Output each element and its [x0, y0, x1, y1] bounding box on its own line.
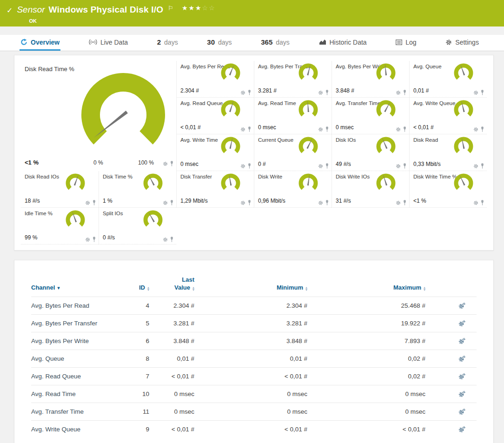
star-icon[interactable]: ★ [182, 4, 189, 12]
channel-settings-icon[interactable] [458, 426, 465, 433]
pin-icon[interactable] [325, 163, 329, 169]
gear-icon[interactable] [240, 164, 245, 169]
last-value: 3.281 # [149, 320, 194, 327]
scale-min-label: 0 % [93, 159, 103, 166]
pin-icon[interactable] [403, 90, 407, 95]
gear-icon[interactable] [473, 127, 478, 132]
gear-icon[interactable] [473, 90, 478, 95]
pin-icon[interactable] [247, 163, 252, 169]
gear-icon[interactable] [85, 200, 90, 205]
gear-icon[interactable] [318, 164, 323, 169]
channel-row: Avg. Bytes Per Write 6 3.848 # 3.848 # 7… [31, 332, 477, 350]
star-icon[interactable]: ★ [188, 4, 195, 12]
pin-icon[interactable] [480, 200, 484, 205]
star-icon[interactable]: ★ [195, 4, 202, 12]
gear-icon[interactable] [85, 237, 90, 242]
tab-label: Historic Data [330, 39, 367, 46]
tab-overview[interactable]: Overview [20, 35, 60, 51]
star-icon[interactable]: ☆ [209, 4, 216, 12]
pin-icon[interactable] [247, 200, 252, 205]
gear-icon[interactable] [163, 161, 168, 166]
channel-settings-icon[interactable] [458, 373, 465, 380]
pin-icon[interactable] [247, 126, 252, 132]
gear-icon[interactable] [240, 200, 245, 205]
channel-settings-icon[interactable] [458, 390, 465, 397]
pin-icon[interactable] [170, 200, 174, 205]
col-channel[interactable]: Channel ▾ [31, 284, 124, 291]
gauge-dial [451, 172, 476, 194]
pin-icon[interactable] [403, 163, 407, 169]
channel-settings-icon[interactable] [458, 408, 465, 415]
gear-icon[interactable] [396, 127, 401, 132]
pin-icon[interactable] [247, 90, 252, 95]
pin-icon[interactable] [480, 90, 484, 95]
gear-icon[interactable] [473, 200, 478, 205]
channel-settings-icon[interactable] [458, 337, 465, 344]
channel-settings-icon[interactable] [458, 355, 465, 362]
gauge-dial [296, 99, 320, 120]
maximum-value: 0,02 # [307, 373, 425, 380]
gauge-tile: Avg. Read Time 0 msec [254, 98, 332, 134]
pin-icon[interactable] [92, 237, 96, 242]
pin-icon[interactable] [170, 161, 174, 166]
maximum-value: 7.893 # [307, 337, 425, 344]
gear-icon[interactable] [318, 90, 323, 95]
last-value: < 0,01 # [149, 373, 194, 380]
gear-icon[interactable] [318, 200, 323, 205]
pin-icon[interactable] [325, 126, 329, 132]
gear-icon[interactable] [473, 164, 478, 169]
gauge-value: 0 msec [180, 161, 199, 167]
tab-live-data[interactable]: Live Data [88, 35, 129, 51]
minimum-value: 0 msec [194, 408, 307, 415]
pin-icon[interactable] [325, 200, 329, 205]
gauge-tile: Disk Write 0,96 Mbit/s [254, 171, 332, 208]
channel-row: Avg. Read Queue 7 < 0,01 # < 0,01 # 0,02… [31, 367, 477, 385]
channel-settings-icon[interactable] [458, 302, 465, 309]
gauge-value: 3.848 # [336, 87, 354, 94]
gear-icon[interactable] [396, 164, 401, 169]
pin-icon[interactable] [170, 237, 174, 242]
pin-icon[interactable] [403, 200, 407, 205]
minimum-value: 0,01 # [194, 355, 307, 362]
priority-stars[interactable]: ★★★☆☆ [182, 4, 216, 12]
gear-icon[interactable] [396, 200, 401, 205]
tab-historic-data[interactable]: Historic Data [318, 35, 368, 51]
tab-settings[interactable]: Settings [444, 35, 480, 51]
star-icon[interactable]: ☆ [202, 4, 209, 12]
flag-icon[interactable]: ⚐ [168, 5, 173, 12]
gear-icon[interactable] [396, 90, 401, 95]
tab-days-365[interactable]: 365days [260, 35, 291, 51]
last-value: 0 msec [149, 408, 194, 415]
gear-icon[interactable] [240, 90, 245, 95]
pin-icon[interactable] [480, 163, 484, 169]
last-value: 0 msec [149, 390, 194, 397]
gauge-tile: Disk Write IOs 31 #/s [332, 171, 409, 208]
pin-icon[interactable] [403, 126, 407, 132]
tab-log[interactable]: Log [395, 35, 417, 51]
col-last-value[interactable]: Last Value▴▾ [149, 276, 194, 291]
col-id[interactable]: ID ▴▾ [124, 284, 149, 291]
gauge-value: < 0,01 # [180, 124, 201, 131]
col-maximum[interactable]: Maximum ▴▾ [307, 284, 425, 291]
gauge-value: 0 # [258, 161, 266, 167]
gauge-value: 0,01 # [413, 87, 429, 94]
channel-row: Avg. Write Queue 9 < 0,01 # < 0,01 # < 0… [31, 420, 477, 438]
minimum-value: 3.281 # [194, 320, 307, 327]
settings-icon [445, 39, 452, 46]
pin-icon[interactable] [480, 126, 484, 132]
sensor-header: ✓ Sensor Windows Physical Disk I/O ⚐ ★★★… [0, 0, 504, 26]
gear-icon[interactable] [163, 237, 168, 242]
gauge-tile: Disk Write Time % <1 % [409, 171, 487, 208]
channel-id: 10 [124, 390, 149, 397]
tab-number: 2 [157, 38, 161, 46]
col-minimum[interactable]: Minimum ▴▾ [194, 284, 307, 291]
gear-icon[interactable] [318, 127, 323, 132]
pin-icon[interactable] [92, 200, 96, 205]
gear-icon[interactable] [240, 127, 245, 132]
tab-label: days [164, 39, 178, 46]
tab-days-30[interactable]: 30days [206, 35, 232, 51]
pin-icon[interactable] [325, 90, 329, 95]
channel-settings-icon[interactable] [458, 320, 465, 327]
gear-icon[interactable] [163, 200, 168, 205]
tab-days-2[interactable]: 2days [156, 35, 179, 51]
